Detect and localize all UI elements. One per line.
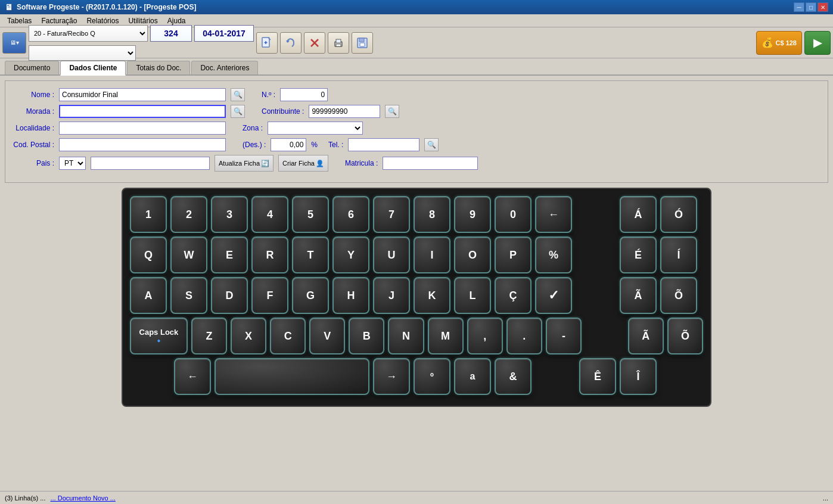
key-a-tilde[interactable]: Ã <box>620 277 657 314</box>
tel-input[interactable] <box>348 138 419 151</box>
tel-label: Tel. : <box>328 141 343 149</box>
key-5[interactable]: 5 <box>292 196 329 233</box>
key-q[interactable]: Q <box>130 237 167 273</box>
atualiza-ficha-button[interactable]: Atualiza Ficha 🔄 <box>215 155 273 172</box>
zona-select[interactable] <box>268 122 363 135</box>
morada-search-button[interactable]: 🔍 <box>231 105 245 118</box>
print-button[interactable] <box>328 32 349 54</box>
key-c-cedilla[interactable]: Ç <box>495 277 531 314</box>
key-1[interactable]: 1 <box>130 196 167 233</box>
key-6[interactable]: 6 <box>332 196 369 233</box>
key-e-acute[interactable]: É <box>620 237 657 273</box>
doc-type-select[interactable]: 20 - Fatura/Recibo Q <box>29 25 148 42</box>
key-j[interactable]: J <box>373 277 410 314</box>
nome-search-button[interactable]: 🔍 <box>231 88 245 101</box>
key-g[interactable]: G <box>292 277 329 314</box>
key-s[interactable]: S <box>170 277 207 314</box>
key-left-arrow[interactable]: ← <box>174 358 211 395</box>
key-y[interactable]: Y <box>332 237 369 273</box>
key-o-tilde-2[interactable]: Õ <box>667 318 703 354</box>
key-d[interactable]: D <box>211 277 248 314</box>
key-o-tilde[interactable]: Õ <box>660 277 697 314</box>
key-space[interactable] <box>215 358 369 395</box>
no-input[interactable] <box>280 88 328 101</box>
key-4[interactable]: 4 <box>251 196 288 233</box>
tab-documento[interactable]: Documento <box>5 61 59 74</box>
key-w[interactable]: W <box>170 237 207 273</box>
new-button[interactable] <box>256 32 278 54</box>
key-o-acute[interactable]: Ó <box>660 196 697 233</box>
localidade-input[interactable] <box>59 122 226 135</box>
key-i[interactable]: I <box>414 237 450 273</box>
key-a-tilde-2[interactable]: Ã <box>628 318 664 354</box>
key-f[interactable]: F <box>251 277 288 314</box>
key-a-underline[interactable]: a <box>454 358 491 395</box>
exit-button[interactable]: ▶ <box>804 31 831 55</box>
key-minus[interactable]: - <box>546 318 582 354</box>
form-row-cod-postal: Cod. Postal : (Des.) : % Tel. : 🔍 <box>13 138 820 151</box>
key-m[interactable]: M <box>428 318 464 354</box>
key-n[interactable]: N <box>388 318 424 354</box>
key-backspace[interactable]: ← <box>535 196 572 233</box>
key-l[interactable]: L <box>454 277 491 314</box>
toolbar-dropdown[interactable] <box>29 45 136 61</box>
key-x[interactable]: X <box>231 318 266 354</box>
key-z[interactable]: Z <box>191 318 227 354</box>
matricula-input[interactable] <box>383 157 478 170</box>
key-e-circumflex[interactable]: Ê <box>579 358 616 395</box>
contribuinte-input[interactable] <box>309 105 380 118</box>
key-3[interactable]: 3 <box>211 196 248 233</box>
key-ampersand[interactable]: & <box>495 358 531 395</box>
tab-totais-doc[interactable]: Totais do Doc. <box>127 61 190 74</box>
atualiza-icon: 🔄 <box>261 160 269 167</box>
tab-doc-anteriores[interactable]: Doc. Anteriores <box>191 61 258 74</box>
key-percent[interactable]: % <box>535 237 572 273</box>
key-a-acute[interactable]: Á <box>620 196 657 233</box>
key-c[interactable]: C <box>270 318 306 354</box>
undo-button[interactable] <box>280 32 302 54</box>
key-enter[interactable]: ✓ <box>535 277 572 314</box>
cash-button[interactable]: 💰 C$ 128 <box>756 31 802 55</box>
key-u[interactable]: U <box>373 237 410 273</box>
key-8[interactable]: 8 <box>414 196 450 233</box>
toolbar-right: 💰 C$ 128 ▶ <box>756 31 831 55</box>
key-t[interactable]: T <box>292 237 329 273</box>
key-o[interactable]: O <box>454 237 491 273</box>
key-caps-lock[interactable]: Caps Lock ● <box>130 318 188 354</box>
key-a[interactable]: A <box>130 277 167 314</box>
cod-postal-input[interactable] <box>59 138 226 151</box>
key-period[interactable]: . <box>506 318 542 354</box>
key-comma[interactable]: , <box>467 318 503 354</box>
key-i-acute[interactable]: Í <box>660 237 697 273</box>
key-r[interactable]: R <box>251 237 288 273</box>
maximize-button[interactable]: □ <box>806 2 816 12</box>
key-right-arrow[interactable]: → <box>373 358 410 395</box>
no-label: N.º : <box>262 91 275 99</box>
key-7[interactable]: 7 <box>373 196 410 233</box>
key-h[interactable]: H <box>332 277 369 314</box>
morada-input[interactable] <box>59 105 226 118</box>
tel-search-button[interactable]: 🔍 <box>424 138 439 151</box>
key-ordinal-o[interactable]: º <box>414 358 450 395</box>
key-i-circumflex[interactable]: Î <box>620 358 657 395</box>
key-2[interactable]: 2 <box>170 196 207 233</box>
key-0[interactable]: 0 <box>495 196 531 233</box>
tab-dados-cliente[interactable]: Dados Cliente <box>60 61 126 76</box>
des-input[interactable] <box>271 138 306 151</box>
key-k[interactable]: K <box>414 277 450 314</box>
nome-input[interactable] <box>59 88 226 101</box>
minimize-button[interactable]: ─ <box>794 2 804 12</box>
key-v[interactable]: V <box>309 318 345 354</box>
key-9[interactable]: 9 <box>454 196 491 233</box>
pais-name-input[interactable] <box>91 157 210 170</box>
criar-ficha-button[interactable]: Criar Ficha 👤 <box>278 155 328 172</box>
delete-button[interactable] <box>304 32 325 54</box>
key-p[interactable]: P <box>495 237 531 273</box>
app-menu-button[interactable]: 🖥▾ <box>2 32 26 54</box>
key-b[interactable]: B <box>349 318 384 354</box>
key-e[interactable]: E <box>211 237 248 273</box>
save-button[interactable] <box>352 32 373 54</box>
pais-select[interactable]: PT <box>59 157 86 170</box>
contribuinte-search-button[interactable]: 🔍 <box>385 105 399 118</box>
close-button[interactable]: ✕ <box>818 2 828 12</box>
